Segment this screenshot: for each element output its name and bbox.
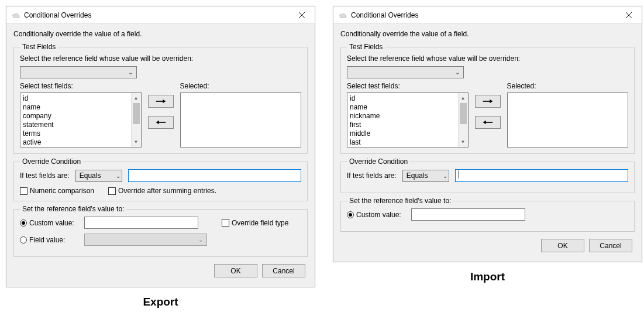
custom-value-input[interactable] [411,208,525,221]
override-condition-group: Override Condition If test fields are: E… [13,157,308,201]
selected-fields-label: Selected: [180,82,302,90]
chevron-down-icon: ⌄ [196,236,205,243]
available-fields-list[interactable]: idnamecompanystatementtermsactive ▲ ▼ [20,92,142,148]
test-fields-group: Test Fields Select the reference field w… [340,43,635,154]
conditional-overrides-dialog: Conditional Overrides Conditionally over… [333,6,642,262]
ok-button[interactable]: OK [541,239,584,252]
scroll-up-icon[interactable]: ▲ [459,93,468,103]
test-fields-group: Test Fields Select the reference field w… [13,43,308,154]
reference-field-label: Select the reference field whose value w… [20,54,301,63]
scrollbar[interactable]: ▲ ▼ [458,93,468,147]
dialog-description: Conditionally override the value of a fi… [13,30,308,38]
numeric-comparison-checkbox[interactable]: Numeric comparison [20,187,94,195]
available-field-item[interactable]: last [350,138,456,147]
set-reference-legend: Set the reference field's value to: [20,205,126,213]
available-field-item[interactable]: first [350,121,456,129]
scroll-up-icon[interactable]: ▲ [132,93,141,103]
selected-fields-list[interactable] [507,92,629,148]
move-left-button[interactable] [475,116,501,129]
test-fields-legend: Test Fields [20,43,58,51]
override-condition-group: Override Condition If test fields are: E… [340,157,635,193]
custom-value-radio[interactable]: Custom value: [20,219,78,227]
operator-value: Equals [80,171,101,180]
move-right-button[interactable] [148,95,174,108]
condition-value-input[interactable] [455,169,628,182]
available-field-item[interactable]: middle [350,129,456,138]
close-button[interactable] [615,6,642,24]
custom-value-radio[interactable]: Custom value: [347,211,405,219]
dialog-title: Conditional Overrides [24,11,288,19]
custom-value-input[interactable] [84,217,198,229]
chevron-down-icon: ⌄ [453,69,462,76]
reference-field-label: Select the reference field whose value w… [347,54,628,63]
operator-select[interactable]: Equals ⌄ [402,170,449,182]
set-reference-value-group: Set the reference field's value to: Cust… [340,197,635,232]
chevron-down-icon: ⌄ [126,69,135,76]
scroll-thumb[interactable] [460,103,467,124]
if-test-fields-label: If test fields are: [347,171,397,180]
chevron-down-icon: ⌄ [116,173,120,179]
operator-select[interactable]: Equals ⌄ [75,170,122,182]
cancel-button[interactable]: Cancel [589,239,632,252]
condition-value-input[interactable] [128,169,301,182]
svg-marker-5 [156,121,159,125]
scrollbar[interactable]: ▲ ▼ [131,93,141,147]
svg-marker-3 [163,100,166,104]
operator-value: Equals [407,171,428,180]
dialog-description: Conditionally override the value of a fi… [340,30,635,38]
available-field-item[interactable]: id [350,94,456,103]
available-fields-label: Select test fields: [347,82,469,90]
conditional-overrides-dialog: Conditional Overrides Conditionally over… [6,6,315,287]
cloud-icon [338,11,347,20]
override-condition-legend: Override Condition [347,157,410,166]
scroll-down-icon[interactable]: ▼ [132,137,141,147]
move-right-button[interactable] [475,95,501,108]
available-field-item[interactable]: statement [23,121,129,129]
svg-marker-9 [490,100,493,104]
available-field-item[interactable]: name [350,103,456,112]
dialog-caption: Import [333,270,642,283]
titlebar: Conditional Overrides [6,6,315,24]
available-field-item[interactable]: id [23,94,129,103]
chevron-down-icon: ⌄ [443,173,447,179]
available-field-item[interactable]: nickname [350,112,456,121]
titlebar: Conditional Overrides [333,6,642,24]
dialog-caption: Export [6,296,315,308]
reference-field-select[interactable]: ⌄ [347,66,464,78]
available-fields-label: Select test fields: [20,82,142,90]
close-button[interactable] [288,6,315,24]
test-fields-legend: Test Fields [347,43,385,51]
selected-fields-list[interactable] [180,92,302,148]
set-reference-value-group: Set the reference field's value to: Cust… [13,205,308,257]
field-value-radio[interactable]: Field value: [20,236,78,244]
selected-fields-label: Selected: [507,82,629,90]
available-field-item[interactable]: active [23,138,129,147]
move-left-button[interactable] [148,116,174,129]
dialog-title: Conditional Overrides [351,11,615,19]
scroll-thumb[interactable] [133,103,140,124]
available-field-item[interactable]: terms [23,129,129,138]
available-field-item[interactable]: company [23,112,129,121]
cancel-button[interactable]: Cancel [262,264,305,277]
svg-marker-11 [483,121,485,125]
available-fields-list[interactable]: idnamenicknamefirstmiddlelast ▲ ▼ [347,92,469,148]
cloud-icon [11,11,20,20]
field-value-select[interactable]: ⌄ [84,234,207,246]
ok-button[interactable]: OK [214,264,257,277]
set-reference-legend: Set the reference field's value to: [347,197,453,205]
available-field-item[interactable]: name [23,103,129,112]
if-test-fields-label: If test fields are: [20,171,70,180]
override-after-summing-checkbox[interactable]: Override after summing entries. [108,187,216,195]
reference-field-select[interactable]: ⌄ [20,66,137,78]
override-condition-legend: Override Condition [20,157,83,166]
override-field-type-checkbox[interactable]: Override field type [222,219,288,227]
scroll-down-icon[interactable]: ▼ [459,137,468,147]
